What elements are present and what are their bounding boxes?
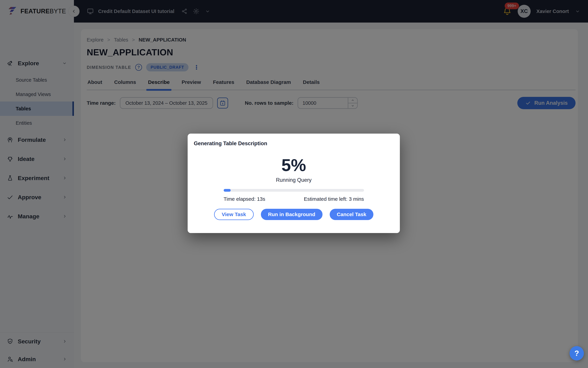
time-elapsed: Time elapsed: 13s <box>224 196 265 202</box>
cancel-task-button[interactable]: Cancel Task <box>330 209 374 220</box>
progress-bar <box>224 189 364 192</box>
progress-times: Time elapsed: 13s Estimated time left: 3… <box>224 196 364 202</box>
time-left: Estimated time left: 3 mins <box>304 196 364 202</box>
modal-title: Generating Table Description <box>194 140 267 147</box>
view-task-button[interactable]: View Task <box>214 209 254 220</box>
app-root: FEATUREBYTE Explore Source Tables Manage… <box>0 0 588 368</box>
progress-percent: 5% <box>281 156 306 174</box>
modal-buttons: View Task Run in Background Cancel Task <box>214 209 374 220</box>
progress-bar-fill <box>224 189 231 192</box>
help-button[interactable]: ? <box>570 346 584 360</box>
progress-modal: Generating Table Description 5% Running … <box>188 134 400 233</box>
run-in-background-button[interactable]: Run in Background <box>261 209 322 220</box>
progress-status: Running Query <box>276 177 312 183</box>
